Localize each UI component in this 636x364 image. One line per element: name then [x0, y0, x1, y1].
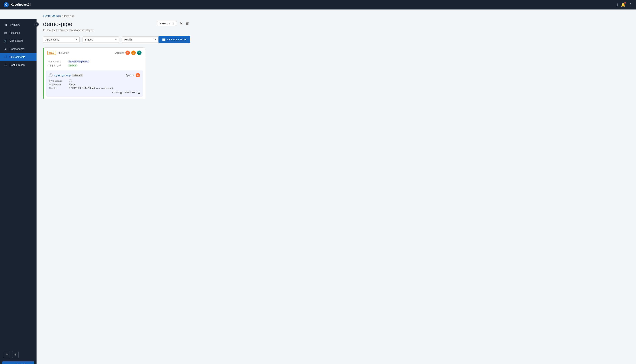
argo-cd-button[interactable]: ARGO CD ↗: [157, 21, 177, 26]
topnav-actions: ℹ 🔔 ⋮: [616, 2, 632, 7]
logs-icon: ▤: [120, 91, 122, 94]
app-name[interactable]: my-go-gin-app: [54, 74, 71, 77]
page-header: demo-pipe Inspect the Environment and op…: [43, 20, 190, 32]
top-navigation: KubeRocketCI ℹ 🔔 ⋮: [0, 0, 636, 10]
dev-badge[interactable]: DEV: [48, 51, 56, 55]
main-content: ENVIRONMENTS / demo-pipe demo-pipe Inspe…: [37, 10, 197, 364]
brand-name: KubeRocketCI: [11, 3, 31, 6]
delete-button[interactable]: 🗑: [185, 20, 190, 26]
create-stage-label: CREATE STAGE: [167, 38, 186, 41]
open-in-label: Open In:: [115, 52, 124, 54]
logs-link[interactable]: LOGS ▤: [112, 91, 122, 94]
create-resource-label: + CREATE RESOURCE: [8, 363, 32, 364]
grafana-link-icon[interactable]: G: [131, 50, 136, 55]
edit-button[interactable]: ✎: [179, 20, 183, 26]
in-cluster-label: (in-cluster): [58, 52, 69, 54]
sidebar-item-components[interactable]: ◈ Components: [0, 45, 37, 53]
overview-icon: ⊞: [4, 23, 7, 27]
breadcrumb-parent[interactable]: ENVIRONMENTS: [43, 15, 61, 17]
kibana-link-icon[interactable]: K: [137, 50, 142, 55]
stage-header: DEV (in-cluster) Open In: A G K: [44, 48, 145, 58]
create-stage-button[interactable]: ▮▮ CREATE STAGE: [158, 36, 190, 43]
sidebar-item-environments[interactable]: ☰ Environments: [0, 53, 37, 61]
trigger-row: Trigger Type: Manual: [48, 64, 142, 67]
sync-status-label: Sync status:: [49, 79, 69, 82]
terminal-icon: ⊡: [138, 91, 140, 94]
breadcrumb: ENVIRONMENTS / demo-pipe: [43, 14, 190, 18]
app-status-icon: ?: [49, 73, 53, 77]
stages-filter[interactable]: Stages: [83, 36, 119, 43]
stage-meta: Namespace: edp-demo-pipe-dev Trigger Typ…: [44, 58, 145, 70]
breadcrumb-separator: /: [62, 14, 63, 18]
health-filter[interactable]: Health: [122, 36, 158, 43]
page-subtitle: Inspect the Environment and operate stag…: [43, 29, 94, 32]
stage-header-left: DEV (in-cluster): [48, 51, 69, 55]
info-icon[interactable]: ℹ: [616, 2, 618, 7]
terminal-link[interactable]: TERMINAL ⊡: [125, 91, 140, 94]
environments-icon: ☰: [4, 55, 7, 59]
to-promote-value: False: [69, 83, 75, 86]
argo-link-icon[interactable]: A: [125, 50, 130, 55]
to-promote-label: To promote:: [49, 83, 69, 86]
external-link-icon: ↗: [172, 22, 174, 25]
sync-status-row: Sync status:: [49, 79, 140, 82]
stage-open-in: Open In: A G K: [115, 50, 142, 55]
stage-card: DEV (in-cluster) Open In: A G K Namespac…: [43, 48, 145, 99]
app-card-footer: LOGS ▤ TERMINAL ⊡: [49, 91, 140, 94]
applications-filter[interactable]: Applications: [43, 36, 80, 43]
svg-point-1: [6, 4, 7, 5]
app-card-left: ? my-go-gin-app build/NaN: [49, 73, 83, 77]
header-actions: ARGO CD ↗ ✎ 🗑: [157, 20, 190, 26]
create-resource-button[interactable]: + + CREATE RESOURCE: [2, 362, 34, 364]
sidebar-item-label: Environments: [10, 56, 25, 58]
sidebar-nav: ⊞ Overview ▤ Pipelines 🛒 Marketplace ◈ C…: [0, 19, 37, 348]
namespace-label: Namespace:: [48, 60, 68, 63]
more-menu-icon[interactable]: ⋮: [628, 2, 632, 7]
sidebar-item-pipelines[interactable]: ▤ Pipelines: [0, 29, 37, 37]
brand-logo: KubeRocketCI: [4, 2, 31, 7]
terminal-label: TERMINAL: [125, 92, 137, 94]
created-value: 07/04/2024 10:14:19 (a few seconds ago): [69, 87, 113, 90]
app-argo-link-icon[interactable]: A: [136, 73, 140, 77]
created-label: Created:: [49, 87, 69, 90]
pipelines-icon: ▤: [4, 31, 7, 35]
sidebar-item-label: Overview: [10, 23, 20, 26]
sidebar-item-label: Configuration: [10, 64, 25, 66]
argo-cd-label: ARGO CD: [160, 22, 171, 25]
breadcrumb-current: demo-pipe: [64, 15, 74, 17]
configuration-icon: ⚙: [4, 63, 7, 67]
sidebar-item-marketplace[interactable]: 🛒 Marketplace: [0, 37, 37, 45]
page-title: demo-pipe: [43, 20, 94, 28]
edit-icon-button[interactable]: ✎: [4, 351, 10, 358]
settings-icon-button[interactable]: ⚙: [12, 351, 19, 358]
filters-left: Applications Stages Health: [43, 36, 158, 43]
sidebar-item-configuration[interactable]: ⚙ Configuration: [0, 61, 37, 69]
app-card: ? my-go-gin-app build/NaN Open In: A Syn…: [46, 70, 143, 97]
sidebar-item-overview[interactable]: ⊞ Overview: [0, 21, 37, 29]
trigger-value: Manual: [68, 64, 78, 67]
sidebar-collapse-button[interactable]: ‹: [34, 22, 39, 27]
create-stage-icon: ▮▮: [162, 38, 166, 41]
sidebar-item-label: Components: [10, 48, 24, 50]
sidebar-bottom: ✎ ⚙: [0, 348, 37, 361]
sidebar-item-label: Pipelines: [10, 32, 20, 34]
build-badge: build/NaN: [72, 74, 83, 77]
filters-row: Applications Stages Health ▮▮ CREATE STA…: [43, 36, 190, 43]
components-icon: ◈: [4, 47, 7, 51]
marketplace-icon: 🛒: [4, 39, 7, 43]
notification-icon[interactable]: 🔔: [621, 2, 625, 7]
created-row: Created: 07/04/2024 10:14:19 (a few seco…: [49, 87, 140, 90]
sidebar-item-label: Marketplace: [10, 40, 23, 42]
app-open-in-label: Open In:: [125, 74, 135, 77]
namespace-row: Namespace: edp-demo-pipe-dev: [48, 60, 142, 63]
sync-status-indicator: [69, 79, 72, 82]
logs-label: LOGS: [112, 92, 119, 94]
trigger-label: Trigger Type:: [48, 64, 68, 67]
app-card-header: ? my-go-gin-app build/NaN Open In: A: [49, 73, 140, 77]
sidebar: ‹ ⊞ Overview ▤ Pipelines 🛒 Marketplace ◈…: [0, 19, 37, 364]
app-open-in: Open In: A: [125, 73, 140, 77]
to-promote-row: To promote: False: [49, 83, 140, 86]
namespace-value: edp-demo-pipe-dev: [68, 60, 90, 63]
